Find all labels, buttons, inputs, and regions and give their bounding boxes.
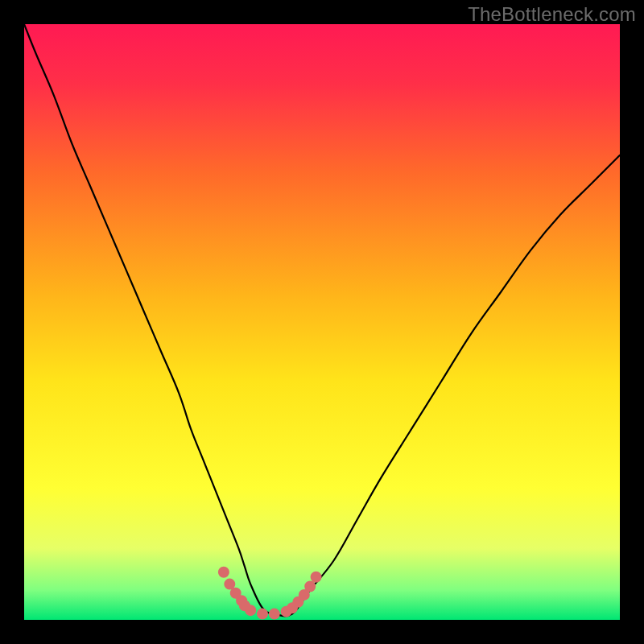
bottleneck-chart [24, 24, 620, 620]
chart-frame: TheBottleneck.com [0, 0, 644, 644]
gradient-background [24, 24, 620, 620]
watermark-text: TheBottleneck.com [468, 3, 636, 26]
